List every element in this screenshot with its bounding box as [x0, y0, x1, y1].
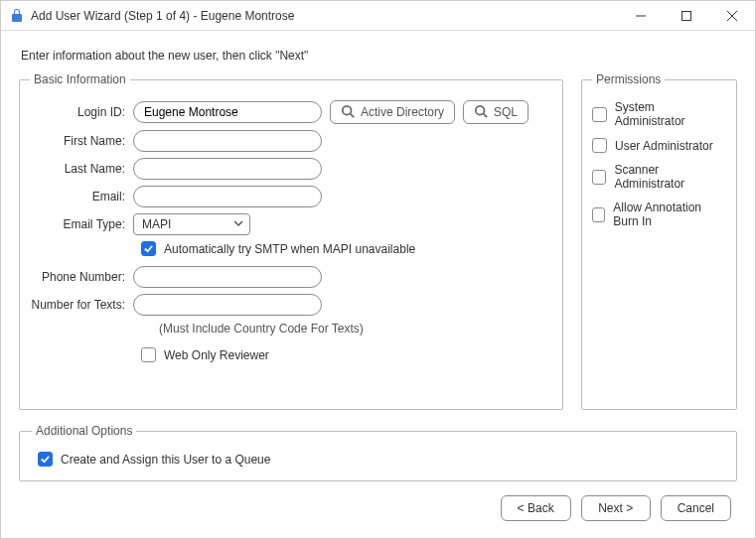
smtp-fallback-label: Automatically try SMTP when MAPI unavail…: [164, 242, 415, 256]
assign-queue-checkbox[interactable]: [38, 452, 53, 467]
perm-scanner-admin-label: Scanner Administrator: [614, 163, 726, 191]
svg-line-7: [484, 113, 488, 117]
texts-label: Number for Texts:: [30, 298, 133, 312]
texts-hint: (Must Include Country Code For Texts): [141, 322, 552, 336]
sql-label: SQL: [494, 105, 518, 119]
search-icon: [474, 104, 494, 121]
cancel-label: Cancel: [678, 501, 714, 515]
lastname-label: Last Name:: [30, 162, 133, 176]
permissions-group: Permissions System Administrator User Ad…: [581, 72, 737, 410]
svg-point-6: [476, 105, 485, 114]
emailtype-label: Email Type:: [30, 217, 133, 231]
perm-burnin-label: Allow Annotation Burn In: [613, 201, 726, 228]
permissions-legend: Permissions: [592, 72, 665, 86]
perm-burnin-checkbox[interactable]: [592, 207, 605, 222]
phone-input[interactable]: [133, 266, 322, 288]
emailtype-value: MAPI: [142, 217, 171, 231]
cancel-button[interactable]: Cancel: [661, 495, 731, 521]
svg-rect-1: [682, 11, 691, 20]
svg-point-4: [343, 105, 352, 114]
instruction-text: Enter information about the new user, th…: [21, 49, 737, 63]
login-input[interactable]: [133, 101, 322, 123]
basic-info-legend: Basic Information: [30, 72, 130, 86]
lock-icon: [9, 8, 25, 24]
perm-user-admin-checkbox[interactable]: [592, 138, 607, 153]
window-title: Add User Wizard (Step 1 of 4) - Eugene M…: [31, 9, 294, 23]
svg-line-5: [351, 113, 355, 117]
chevron-down-icon: [233, 217, 243, 231]
active-directory-button[interactable]: Active Directory: [330, 100, 455, 124]
minimize-button[interactable]: [618, 1, 664, 31]
close-button[interactable]: [709, 1, 755, 31]
web-only-checkbox[interactable]: [141, 347, 156, 362]
email-label: Email:: [30, 190, 133, 203]
additional-options-group: Additional Options Create and Assign thi…: [19, 424, 737, 481]
login-label: Login ID:: [30, 105, 133, 119]
firstname-input[interactable]: [133, 130, 322, 152]
phone-label: Phone Number:: [30, 270, 133, 284]
lastname-input[interactable]: [133, 158, 322, 180]
perm-system-admin-label: System Administrator: [615, 100, 726, 128]
active-directory-label: Active Directory: [361, 105, 444, 119]
perm-system-admin-checkbox[interactable]: [592, 107, 607, 122]
smtp-fallback-checkbox[interactable]: [141, 241, 156, 256]
emailtype-select[interactable]: MAPI: [133, 213, 250, 235]
firstname-label: First Name:: [30, 134, 133, 148]
sql-button[interactable]: SQL: [463, 100, 529, 124]
titlebar: Add User Wizard (Step 1 of 4) - Eugene M…: [1, 1, 755, 31]
next-label: Next >: [598, 501, 633, 515]
wizard-footer: < Back Next > Cancel: [19, 481, 737, 521]
email-input[interactable]: [133, 186, 322, 207]
perm-user-admin-label: User Administrator: [615, 139, 713, 153]
web-only-label: Web Only Reviewer: [164, 348, 269, 362]
back-label: < Back: [518, 501, 554, 515]
back-button[interactable]: < Back: [501, 495, 571, 521]
basic-info-group: Basic Information Login ID: Active Direc…: [19, 72, 563, 410]
additional-options-legend: Additional Options: [32, 424, 136, 438]
maximize-button[interactable]: [664, 1, 709, 31]
search-icon: [341, 104, 361, 121]
assign-queue-label: Create and Assign this User to a Queue: [61, 453, 270, 467]
next-button[interactable]: Next >: [581, 495, 651, 521]
texts-input[interactable]: [133, 294, 322, 316]
perm-scanner-admin-checkbox[interactable]: [592, 170, 606, 185]
